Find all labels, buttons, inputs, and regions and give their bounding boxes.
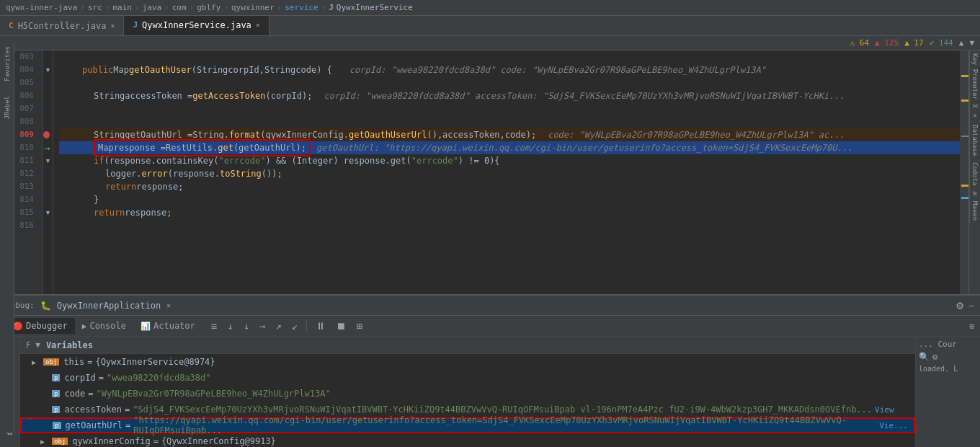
indicator-mark-3 <box>961 136 968 137</box>
info-count: ▲ 17 <box>904 38 924 48</box>
var-val-qywxinnerconfig: {QywxInnerConfig@9913} <box>161 436 276 446</box>
nav-down[interactable]: ▼ <box>969 38 974 48</box>
line-num-813: 813 <box>14 180 38 193</box>
tab-qywxinnerservice[interactable]: J QywxInnerService.java ✕ <box>124 16 269 35</box>
warning-count: ⚠ 64 <box>850 38 870 48</box>
debug-header: Debug: 🐛 QywxInnerApplication ✕ ⚙ — <box>0 296 980 316</box>
code-line-808 <box>59 115 960 128</box>
breadcrumb-item[interactable]: service <box>285 3 318 12</box>
jrebel-icon[interactable]: JRebel <box>4 96 11 120</box>
tab-console[interactable]: ▶ Console <box>75 318 133 334</box>
tab-close-icon[interactable]: ✕ <box>110 22 115 30</box>
var-getoauthurl[interactable]: ▶ p getOauthUrl = "https://qyapi.weixin.… <box>20 417 915 433</box>
settings-icon-right[interactable]: ⚙ <box>932 352 937 362</box>
view-link-getoauthurl[interactable]: Vie... <box>879 421 908 430</box>
tab-icon-j: J <box>133 20 138 30</box>
breadcrumb-item[interactable]: gblfy <box>197 3 220 12</box>
var-val-code: "WyNLpEBva2Gr07R98aGPeLBE9heo_W4ZhULgrPl… <box>97 389 331 399</box>
favorites-icon[interactable]: Favorites <box>4 46 11 81</box>
gutter-806 <box>43 89 53 102</box>
editor-area: Project Commit 803 804 805 806 807 808 8… <box>0 50 980 294</box>
scroll-indicator <box>960 50 968 294</box>
layout-icon[interactable]: ⊞ <box>969 322 974 331</box>
tab-debugger[interactable]: 🔴 Debugger <box>6 318 75 334</box>
code-line-814: } <box>59 193 960 206</box>
run-cursor-icon[interactable]: ↗ <box>273 319 285 333</box>
tab-debugger-label: Debugger <box>26 321 68 331</box>
code-line-816 <box>59 219 960 232</box>
step-over-icon[interactable]: ↓ <box>224 319 236 333</box>
more-icon[interactable]: ⊞ <box>353 319 365 333</box>
debug-minimize-icon[interactable]: — <box>969 301 974 311</box>
breakpoint-icon[interactable] <box>43 131 50 138</box>
maven-label[interactable]: Maven <box>969 198 980 224</box>
breadcrumb-item[interactable]: QywxInnerService <box>337 3 413 12</box>
codota-label[interactable]: Codota <box>969 159 980 189</box>
debug-tab-group: 🔴 Debugger ▶ Console 📊 Actuator <box>6 318 202 334</box>
step-into-icon[interactable]: ↓ <box>241 319 252 333</box>
line-num-803: 803 <box>14 50 38 63</box>
code-line-807 <box>59 102 960 115</box>
database-label[interactable]: Database <box>969 122 980 159</box>
debug-app-icon: 🐛 <box>40 301 51 311</box>
breadcrumb-item[interactable]: qywxinner <box>231 3 275 12</box>
gutter-805 <box>43 76 53 89</box>
variables-list: ▶ obj this = {QywxInnerService@8974} ▶ p… <box>20 354 915 447</box>
var-corpid[interactable]: ▶ p corpId = "wwea98220fdcd8a38d" <box>20 370 915 386</box>
tab-console-label: Console <box>89 321 126 331</box>
breadcrumb-item[interactable]: java <box>143 3 162 12</box>
tab-icon-c: C <box>9 21 14 30</box>
var-name-getoauthurl: getOauthUrl <box>66 420 122 430</box>
type-icon-code: p <box>52 390 60 397</box>
code-line-812: logger. error (response. toString ()); <box>59 167 960 180</box>
actuator-icon: 📊 <box>141 322 151 331</box>
debugger-icon: 🔴 <box>13 322 23 331</box>
indicator-mark-2 <box>961 99 968 102</box>
line-num-806: 806 <box>14 89 38 102</box>
step-out-icon[interactable]: → <box>257 319 268 333</box>
debug-right-panel: ... Cour 🔍 ⚙ loaded. L <box>915 337 980 447</box>
code-area[interactable]: public Map getOauthUser ( String corpId,… <box>53 50 960 294</box>
breadcrumb-item[interactable]: com <box>172 3 187 12</box>
resume-icon[interactable]: ≡ <box>208 319 220 333</box>
breadcrumb-item[interactable]: main <box>112 3 132 12</box>
filter-dropdown[interactable]: F ▼ <box>26 340 40 350</box>
search-icon[interactable]: 🔍 <box>919 352 930 362</box>
code-line-803 <box>59 50 960 63</box>
breadcrumb-item[interactable]: qywx-inner-java <box>6 3 77 12</box>
view-link-accesstoken[interactable]: View <box>875 405 894 415</box>
debug-app-name: QywxInnerApplication <box>57 301 161 311</box>
var-code[interactable]: ▶ p code = "WyNLpEBva2Gr07R98aGPeLBE9heo… <box>20 386 915 402</box>
frames-icon[interactable]: ⏸ <box>313 319 329 333</box>
var-name-accesstoken: accessToken <box>64 404 121 415</box>
debug-tabs-row: 🔴 Debugger ▶ Console 📊 Actuator ≡ ↓ ↓ → … <box>0 316 980 337</box>
type-icon-qywxinnerconfig: obj <box>52 438 68 445</box>
tab-actuator[interactable]: 📊 Actuator <box>133 318 202 334</box>
tab-close-icon[interactable]: ✕ <box>256 21 260 29</box>
threads-icon[interactable]: ⏹ <box>333 319 349 333</box>
exec-arrow-icon: → <box>44 142 50 154</box>
tab-actuator-label: Actuator <box>153 321 195 331</box>
breadcrumb-item[interactable]: src <box>88 3 102 12</box>
code-line-811: if (response.containsKey( "errcode" ) &&… <box>59 154 960 167</box>
key-promoter-label[interactable]: Key Promoter X ✕ <box>969 50 980 122</box>
gutter-813 <box>43 180 53 193</box>
check-count: ✔ 144 <box>930 38 953 48</box>
breadcrumb-icon: J <box>329 3 334 12</box>
code-line-810: Map response = RestUtils . get (getOauth… <box>59 141 960 154</box>
debug-panel: Debug: 🐛 QywxInnerApplication ✕ ⚙ — 🔴 De… <box>0 294 980 447</box>
gutter-804: ▼ <box>43 63 53 76</box>
var-this[interactable]: ▶ obj this = {QywxInnerService@8974} <box>20 354 915 370</box>
line-num-805: 805 <box>14 76 38 89</box>
debug-settings-icon[interactable]: ⚙ <box>956 298 963 312</box>
nav-up[interactable]: ▲ <box>959 38 964 48</box>
eval-icon[interactable]: ↙ <box>289 319 300 333</box>
m-label[interactable]: m <box>969 188 980 198</box>
code-line-813: return response; <box>59 180 960 193</box>
type-icon-accesstoken: p <box>52 406 60 413</box>
debug-close-app[interactable]: ✕ <box>166 301 171 309</box>
tab-label: H5Controller.java <box>18 21 107 31</box>
tab-h5controller[interactable]: C H5Controller.java ✕ <box>0 16 124 35</box>
expand-arrow-this: ▶ <box>32 358 40 366</box>
var-name-corpid: corpId <box>64 373 95 383</box>
